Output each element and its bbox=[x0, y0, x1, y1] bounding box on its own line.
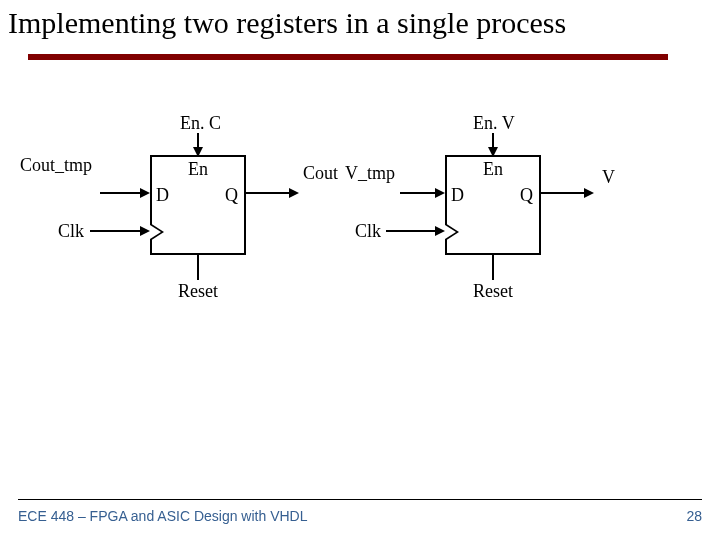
reg1-q-wire bbox=[246, 192, 291, 194]
reg2-q-wire bbox=[541, 192, 586, 194]
footer-course: ECE 448 – FPGA and ASIC Design with VHDL bbox=[18, 508, 307, 524]
reg2-enable-arrow-icon bbox=[488, 147, 498, 157]
reg1-clock-triangle-icon bbox=[150, 223, 164, 241]
reg2-input-net-label: V_tmp bbox=[345, 163, 395, 184]
reg1-output-net-label: Cout bbox=[303, 163, 338, 184]
reg2-clk-label: Clk bbox=[355, 221, 381, 242]
reg2-clock-triangle-icon bbox=[445, 223, 459, 241]
reg2-reset-label: Reset bbox=[473, 281, 513, 302]
footer-rule bbox=[18, 499, 702, 500]
slide: Implementing two registers in a single p… bbox=[0, 0, 720, 540]
reg2-clk-arrow-icon bbox=[435, 226, 445, 236]
reg1-q-label: Q bbox=[225, 185, 238, 206]
register-v: En D Q bbox=[445, 155, 541, 255]
reg1-reset-label: Reset bbox=[178, 281, 218, 302]
reg2-reset-wire bbox=[492, 255, 494, 280]
reg2-q-label: Q bbox=[520, 185, 533, 206]
slide-title: Implementing two registers in a single p… bbox=[8, 6, 712, 40]
reg1-clk-arrow-icon bbox=[140, 226, 150, 236]
reg1-clk-wire bbox=[90, 230, 140, 232]
reg1-en-label: En bbox=[152, 159, 244, 180]
reg1-d-arrow-icon bbox=[140, 188, 150, 198]
reg2-clk-wire bbox=[386, 230, 436, 232]
reg2-en-label: En bbox=[447, 159, 539, 180]
reg1-d-label: D bbox=[156, 185, 169, 206]
reg1-enable-net-label: En. C bbox=[180, 113, 221, 134]
reg1-input-net-label: Cout_tmp bbox=[20, 155, 92, 176]
reg2-output-net-label: V bbox=[602, 167, 615, 188]
reg1-q-arrow-icon bbox=[289, 188, 299, 198]
reg2-d-arrow-icon bbox=[435, 188, 445, 198]
reg2-enable-net-label: En. V bbox=[473, 113, 515, 134]
register-cout: En D Q bbox=[150, 155, 246, 255]
diagram-stage: En D Q En. C Cout_tmp Cout Clk Reset En … bbox=[0, 115, 720, 415]
reg1-reset-wire bbox=[197, 255, 199, 280]
reg2-d-wire bbox=[400, 192, 437, 194]
footer-page-number: 28 bbox=[686, 508, 702, 524]
reg2-d-label: D bbox=[451, 185, 464, 206]
reg1-enable-arrow-icon bbox=[193, 147, 203, 157]
reg2-q-arrow-icon bbox=[584, 188, 594, 198]
title-underline bbox=[28, 54, 668, 60]
reg1-clk-label: Clk bbox=[58, 221, 84, 242]
reg1-d-wire bbox=[100, 192, 142, 194]
